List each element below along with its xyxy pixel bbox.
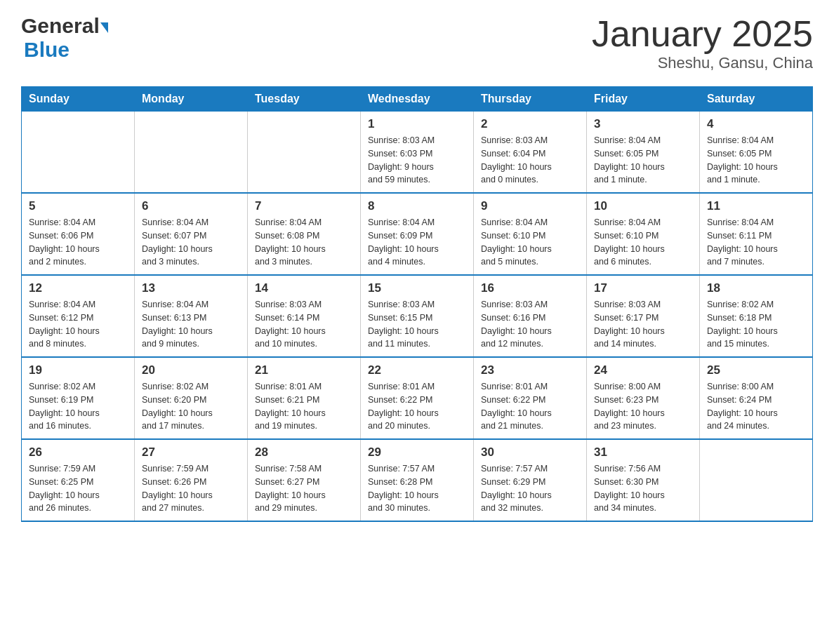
day-info: Sunrise: 8:02 AM Sunset: 6:20 PM Dayligh… [142,380,240,433]
day-number: 22 [368,363,466,377]
page-header: General Blue January 2025 Sheshu, Gansu,… [21,14,813,72]
day-number: 27 [142,445,240,459]
calendar-header-row: SundayMondayTuesdayWednesdayThursdayFrid… [22,87,813,112]
calendar-cell: 8Sunrise: 8:04 AM Sunset: 6:09 PM Daylig… [361,193,474,275]
day-info: Sunrise: 8:01 AM Sunset: 6:21 PM Dayligh… [255,380,353,433]
day-info: Sunrise: 8:04 AM Sunset: 6:07 PM Dayligh… [142,216,240,269]
day-info: Sunrise: 8:04 AM Sunset: 6:10 PM Dayligh… [594,216,692,269]
day-number: 14 [255,281,353,295]
day-info: Sunrise: 8:02 AM Sunset: 6:18 PM Dayligh… [707,298,805,351]
calendar-table: SundayMondayTuesdayWednesdayThursdayFrid… [21,86,813,522]
calendar-cell: 31Sunrise: 7:56 AM Sunset: 6:30 PM Dayli… [587,439,700,521]
day-info: Sunrise: 8:01 AM Sunset: 6:22 PM Dayligh… [481,380,579,433]
calendar-cell: 17Sunrise: 8:03 AM Sunset: 6:17 PM Dayli… [587,275,700,357]
calendar-subtitle: Sheshu, Gansu, China [592,54,813,72]
header-sunday: Sunday [22,87,135,112]
day-info: Sunrise: 7:59 AM Sunset: 6:26 PM Dayligh… [142,462,240,515]
header-thursday: Thursday [474,87,587,112]
day-number: 9 [481,199,579,213]
day-number: 12 [29,281,127,295]
day-info: Sunrise: 8:03 AM Sunset: 6:03 PM Dayligh… [368,134,466,187]
calendar-cell: 3Sunrise: 8:04 AM Sunset: 6:05 PM Daylig… [587,112,700,194]
day-number: 16 [481,281,579,295]
day-number: 7 [255,199,353,213]
calendar-cell: 18Sunrise: 8:02 AM Sunset: 6:18 PM Dayli… [700,275,813,357]
day-number: 3 [594,117,692,131]
day-number: 4 [707,117,805,131]
header-friday: Friday [587,87,700,112]
header-monday: Monday [135,87,248,112]
day-info: Sunrise: 8:04 AM Sunset: 6:05 PM Dayligh… [707,134,805,187]
day-number: 19 [29,363,127,377]
day-number: 28 [255,445,353,459]
day-number: 1 [368,117,466,131]
calendar-cell: 4Sunrise: 8:04 AM Sunset: 6:05 PM Daylig… [700,112,813,194]
calendar-cell: 1Sunrise: 8:03 AM Sunset: 6:03 PM Daylig… [361,112,474,194]
header-tuesday: Tuesday [248,87,361,112]
calendar-cell: 12Sunrise: 8:04 AM Sunset: 6:12 PM Dayli… [22,275,135,357]
calendar-cell: 21Sunrise: 8:01 AM Sunset: 6:21 PM Dayli… [248,357,361,439]
day-number: 13 [142,281,240,295]
calendar-cell: 25Sunrise: 8:00 AM Sunset: 6:24 PM Dayli… [700,357,813,439]
day-number: 29 [368,445,466,459]
day-info: Sunrise: 8:03 AM Sunset: 6:17 PM Dayligh… [594,298,692,351]
calendar-cell: 28Sunrise: 7:58 AM Sunset: 6:27 PM Dayli… [248,439,361,521]
day-info: Sunrise: 8:03 AM Sunset: 6:16 PM Dayligh… [481,298,579,351]
day-number: 6 [142,199,240,213]
day-number: 10 [594,199,692,213]
calendar-cell: 9Sunrise: 8:04 AM Sunset: 6:10 PM Daylig… [474,193,587,275]
week-row-5: 26Sunrise: 7:59 AM Sunset: 6:25 PM Dayli… [22,439,813,521]
calendar-cell: 19Sunrise: 8:02 AM Sunset: 6:19 PM Dayli… [22,357,135,439]
calendar-cell: 30Sunrise: 7:57 AM Sunset: 6:29 PM Dayli… [474,439,587,521]
day-number: 30 [481,445,579,459]
calendar-cell: 14Sunrise: 8:03 AM Sunset: 6:14 PM Dayli… [248,275,361,357]
day-number: 11 [707,199,805,213]
day-info: Sunrise: 8:03 AM Sunset: 6:15 PM Dayligh… [368,298,466,351]
day-number: 31 [594,445,692,459]
calendar-cell: 27Sunrise: 7:59 AM Sunset: 6:26 PM Dayli… [135,439,248,521]
calendar-cell: 13Sunrise: 8:04 AM Sunset: 6:13 PM Dayli… [135,275,248,357]
calendar-cell: 26Sunrise: 7:59 AM Sunset: 6:25 PM Dayli… [22,439,135,521]
calendar-cell: 10Sunrise: 8:04 AM Sunset: 6:10 PM Dayli… [587,193,700,275]
day-number: 8 [368,199,466,213]
week-row-2: 5Sunrise: 8:04 AM Sunset: 6:06 PM Daylig… [22,193,813,275]
calendar-cell [248,112,361,194]
day-number: 23 [481,363,579,377]
day-info: Sunrise: 8:01 AM Sunset: 6:22 PM Dayligh… [368,380,466,433]
calendar-cell: 16Sunrise: 8:03 AM Sunset: 6:16 PM Dayli… [474,275,587,357]
calendar-cell: 24Sunrise: 8:00 AM Sunset: 6:23 PM Dayli… [587,357,700,439]
title-block: January 2025 Sheshu, Gansu, China [592,14,813,72]
week-row-3: 12Sunrise: 8:04 AM Sunset: 6:12 PM Dayli… [22,275,813,357]
week-row-1: 1Sunrise: 8:03 AM Sunset: 6:03 PM Daylig… [22,112,813,194]
day-number: 15 [368,281,466,295]
week-row-4: 19Sunrise: 8:02 AM Sunset: 6:19 PM Dayli… [22,357,813,439]
day-info: Sunrise: 8:00 AM Sunset: 6:24 PM Dayligh… [707,380,805,433]
day-number: 21 [255,363,353,377]
calendar-cell: 7Sunrise: 8:04 AM Sunset: 6:08 PM Daylig… [248,193,361,275]
day-info: Sunrise: 8:03 AM Sunset: 6:04 PM Dayligh… [481,134,579,187]
day-info: Sunrise: 8:04 AM Sunset: 6:05 PM Dayligh… [594,134,692,187]
day-info: Sunrise: 7:59 AM Sunset: 6:25 PM Dayligh… [29,462,127,515]
logo-arrow-icon [100,22,108,33]
day-info: Sunrise: 8:04 AM Sunset: 6:13 PM Dayligh… [142,298,240,351]
day-info: Sunrise: 8:04 AM Sunset: 6:11 PM Dayligh… [707,216,805,269]
calendar-cell: 29Sunrise: 7:57 AM Sunset: 6:28 PM Dayli… [361,439,474,521]
day-info: Sunrise: 8:04 AM Sunset: 6:09 PM Dayligh… [368,216,466,269]
day-info: Sunrise: 7:58 AM Sunset: 6:27 PM Dayligh… [255,462,353,515]
calendar-cell: 11Sunrise: 8:04 AM Sunset: 6:11 PM Dayli… [700,193,813,275]
calendar-cell: 2Sunrise: 8:03 AM Sunset: 6:04 PM Daylig… [474,112,587,194]
day-info: Sunrise: 8:04 AM Sunset: 6:06 PM Dayligh… [29,216,127,269]
day-info: Sunrise: 8:04 AM Sunset: 6:08 PM Dayligh… [255,216,353,269]
day-number: 17 [594,281,692,295]
calendar-cell: 20Sunrise: 8:02 AM Sunset: 6:20 PM Dayli… [135,357,248,439]
calendar-cell: 5Sunrise: 8:04 AM Sunset: 6:06 PM Daylig… [22,193,135,275]
day-info: Sunrise: 8:00 AM Sunset: 6:23 PM Dayligh… [594,380,692,433]
calendar-cell: 6Sunrise: 8:04 AM Sunset: 6:07 PM Daylig… [135,193,248,275]
logo-blue-text: Blue [24,38,70,61]
day-number: 25 [707,363,805,377]
calendar-cell: 23Sunrise: 8:01 AM Sunset: 6:22 PM Dayli… [474,357,587,439]
calendar-cell: 22Sunrise: 8:01 AM Sunset: 6:22 PM Dayli… [361,357,474,439]
day-info: Sunrise: 8:04 AM Sunset: 6:12 PM Dayligh… [29,298,127,351]
day-number: 26 [29,445,127,459]
header-saturday: Saturday [700,87,813,112]
